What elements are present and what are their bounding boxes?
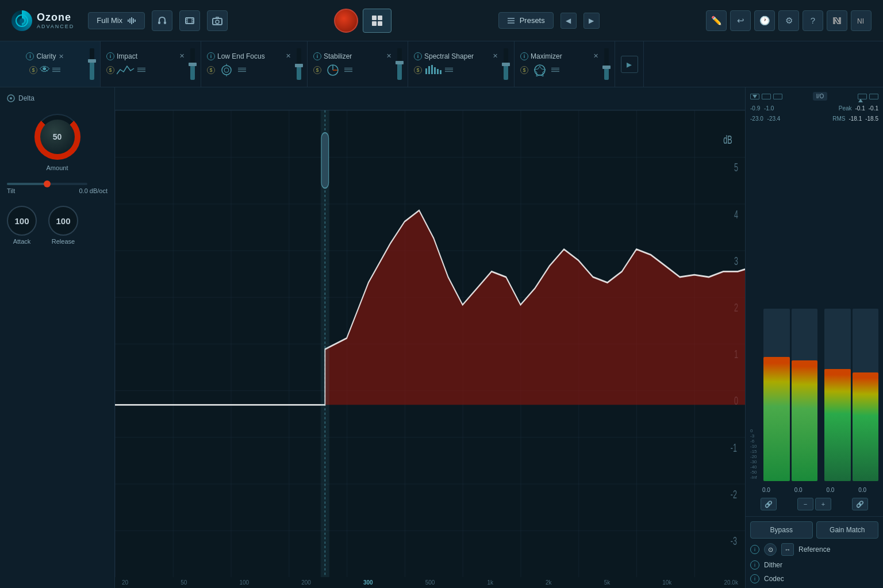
release-knob[interactable]: 100 [48, 206, 78, 236]
dither-row: i Dither [750, 560, 878, 570]
tilt-slider-container: Tilt 0.0 dB/oct [7, 183, 108, 194]
lowend-module[interactable]: i Low End Focus ✕ $ [201, 41, 308, 87]
freq-20: 20 [122, 579, 128, 586]
reference-link-icon[interactable]: ↔ [781, 543, 794, 556]
svg-text:3: 3 [734, 255, 738, 267]
clarity-info-icon[interactable]: i [26, 52, 34, 60]
meter-control3[interactable] [773, 94, 782, 99]
spectral-close[interactable]: ✕ [493, 52, 498, 60]
amount-knob[interactable]: 50 [34, 114, 80, 160]
io-text: I/O [816, 93, 824, 99]
stabilizer-module[interactable]: i Stabilizer ✕ $ [308, 41, 408, 87]
impact-info-icon[interactable]: i [106, 52, 114, 60]
clarity-module[interactable]: i Clarity ✕ $ 👁 [0, 41, 101, 87]
freq-50: 50 [181, 579, 187, 586]
codec-i-icon[interactable]: i [750, 574, 759, 583]
bypass-button[interactable]: Bypass [750, 521, 813, 539]
maximizer-s-icon[interactable]: $ [520, 66, 528, 74]
history-button[interactable]: 🕐 [754, 10, 775, 31]
logo-n-button[interactable] [827, 10, 847, 31]
camera-button[interactable] [207, 10, 228, 31]
freq-20k: 20.0k [724, 579, 738, 586]
lowend-fader[interactable] [297, 48, 301, 80]
lowend-info-icon[interactable]: i [207, 52, 215, 60]
delta-button[interactable]: Delta [7, 94, 108, 102]
spectral-info-icon[interactable]: i [414, 52, 422, 60]
spectral-module[interactable]: i Spectral Shaper ✕ $ [408, 41, 515, 87]
meter-control5[interactable] [869, 94, 878, 99]
clarity-fader[interactable] [90, 48, 94, 80]
meter-up-arrow[interactable] [858, 94, 867, 99]
release-value: 100 [56, 216, 70, 226]
waveform-icon [127, 16, 136, 25]
clarity-label: Clarity [36, 52, 56, 60]
spectrum-canvas[interactable]: 5 4 3 2 1 0 -1 -2 -3 dB [115, 110, 745, 577]
maximizer-icon [531, 64, 549, 76]
lowend-s-icon[interactable]: $ [207, 66, 215, 74]
minus-btn[interactable]: − [797, 498, 813, 510]
clarity-s-icon[interactable]: $ [29, 66, 37, 74]
expand-modules-button[interactable]: ▸ [621, 56, 638, 73]
help-button[interactable]: ? [803, 10, 823, 31]
rms-header: RMS -18.1 -18.5 [832, 116, 878, 122]
peak-header: Peak -0.1 -0.1 [839, 105, 878, 112]
presets-button[interactable]: Presets [498, 12, 554, 29]
spectral-s-icon[interactable]: $ [414, 66, 422, 74]
plus-btn[interactable]: + [815, 498, 831, 510]
stabilizer-close[interactable]: ✕ [386, 52, 391, 60]
stabilizer-info-icon[interactable]: i [313, 52, 321, 60]
spectral-fader[interactable] [504, 48, 508, 80]
maximizer-close[interactable]: ✕ [593, 52, 598, 60]
meter-down-arrow[interactable] [750, 94, 759, 99]
gain-match-button[interactable]: Gain Match [816, 521, 879, 539]
meter-values-row: 0.0 0.0 0.0 0.0 [750, 486, 878, 494]
io-label[interactable]: I/O [813, 92, 827, 101]
prev-preset-button[interactable]: ◀ [560, 13, 577, 29]
grid-tab[interactable] [363, 9, 391, 33]
meter-bar-2 [792, 309, 818, 481]
lufs-rms-values: -23.0 -23.4 [750, 116, 780, 122]
reference-circle-icon[interactable]: ⊙ [764, 543, 777, 556]
val4: 0.0 [858, 487, 866, 493]
delta-icon [7, 94, 15, 102]
settings-button[interactable]: ⚙ [778, 10, 799, 31]
film-button[interactable] [179, 10, 200, 31]
tilt-slider[interactable] [7, 183, 87, 185]
impact-fader[interactable] [190, 48, 195, 80]
undo-button[interactable]: ↩ [730, 10, 751, 31]
clarity-close[interactable]: ✕ [59, 53, 64, 60]
full-mix-button[interactable]: Full Mix [88, 12, 145, 29]
lufs-right: -1.0 [764, 105, 774, 112]
next-preset-button[interactable]: ▶ [583, 13, 600, 29]
tilt-value: 0.0 dB/oct [79, 187, 108, 194]
impact-s-icon[interactable]: $ [106, 66, 114, 74]
impact-module[interactable]: i Impact ✕ $ [101, 41, 201, 87]
ni-icon: NI [856, 16, 866, 26]
freq-200: 200 [301, 579, 311, 586]
meter-scale: 0 -3 -6 -10 -15 -20 -30 -40 -50 -Inf [750, 427, 762, 481]
spectrum-area: 5 4 3 2 1 0 -1 -2 -3 dB [115, 87, 745, 588]
headphone-button[interactable] [152, 10, 172, 31]
tilt-slider-handle[interactable] [44, 180, 51, 187]
freq-500: 500 [425, 579, 435, 586]
svg-rect-5 [133, 18, 134, 23]
reference-i-icon[interactable]: i [750, 545, 759, 554]
stabilizer-fader[interactable] [397, 48, 402, 80]
pencil-button[interactable]: ✏️ [706, 10, 727, 31]
impact-close[interactable]: ✕ [179, 52, 185, 60]
link-btn-2[interactable]: 🔗 [852, 498, 868, 510]
ozone-circle[interactable] [334, 9, 358, 33]
meter-control2[interactable] [762, 94, 771, 99]
dither-i-icon[interactable]: i [750, 560, 759, 570]
app-subtitle: ADVANCED [37, 24, 74, 29]
peak-right: -0.1 [869, 105, 878, 112]
lowend-close[interactable]: ✕ [286, 52, 291, 60]
stabilizer-s-icon[interactable]: $ [313, 66, 321, 74]
peak-left: -0.1 [855, 105, 865, 112]
maximizer-fader[interactable] [604, 48, 609, 80]
attack-knob[interactable]: 100 [7, 206, 37, 236]
maximizer-info-icon[interactable]: i [520, 52, 528, 60]
maximizer-module[interactable]: i Maximizer ✕ $ [515, 41, 615, 87]
ni-logo-button[interactable]: NI [851, 10, 872, 31]
link-btn-1[interactable]: 🔗 [761, 498, 777, 510]
